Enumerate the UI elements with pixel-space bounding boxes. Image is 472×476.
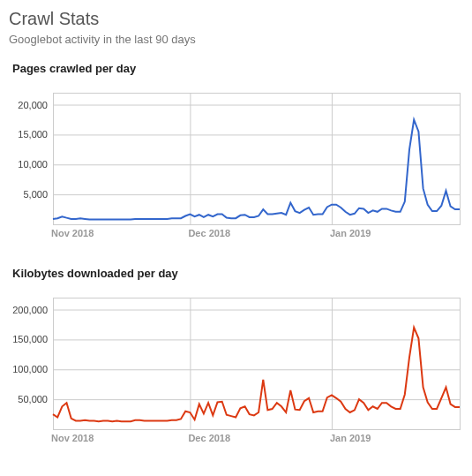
svg-text:5,000: 5,000 bbox=[23, 189, 48, 200]
chart-canvas: 5,00010,00015,00020,000Nov 2018Dec 2018J… bbox=[9, 87, 463, 242]
svg-text:150,000: 150,000 bbox=[12, 334, 48, 344]
chart-title: Kilobytes downloaded per day bbox=[12, 267, 463, 280]
svg-text:Jan 2019: Jan 2019 bbox=[330, 433, 371, 443]
page-title: Crawl Stats bbox=[9, 9, 463, 29]
svg-rect-14 bbox=[54, 298, 461, 430]
svg-text:15,000: 15,000 bbox=[18, 129, 48, 140]
page-subtitle: Googlebot activity in the last 90 days bbox=[9, 33, 463, 46]
chart-kb-downloaded: Kilobytes downloaded per day 50,000100,0… bbox=[9, 267, 463, 447]
svg-text:Dec 2018: Dec 2018 bbox=[188, 433, 230, 443]
chart-title: Pages crawled per day bbox=[12, 62, 463, 75]
svg-text:Nov 2018: Nov 2018 bbox=[51, 228, 94, 238]
svg-text:Nov 2018: Nov 2018 bbox=[51, 433, 94, 443]
svg-text:10,000: 10,000 bbox=[18, 159, 48, 170]
svg-text:50,000: 50,000 bbox=[18, 394, 48, 404]
svg-text:Jan 2019: Jan 2019 bbox=[330, 228, 371, 238]
crawl-stats-page: { "header": { "title": "Crawl Stats", "s… bbox=[0, 0, 472, 476]
svg-text:100,000: 100,000 bbox=[12, 364, 48, 374]
chart-pages-crawled: Pages crawled per day 5,00010,00015,0002… bbox=[9, 62, 463, 242]
svg-text:200,000: 200,000 bbox=[12, 305, 48, 315]
svg-text:20,000: 20,000 bbox=[18, 100, 48, 110]
svg-text:Dec 2018: Dec 2018 bbox=[188, 228, 230, 238]
chart-canvas: 50,000100,000150,000200,000Nov 2018Dec 2… bbox=[9, 292, 463, 447]
svg-rect-0 bbox=[54, 94, 461, 225]
